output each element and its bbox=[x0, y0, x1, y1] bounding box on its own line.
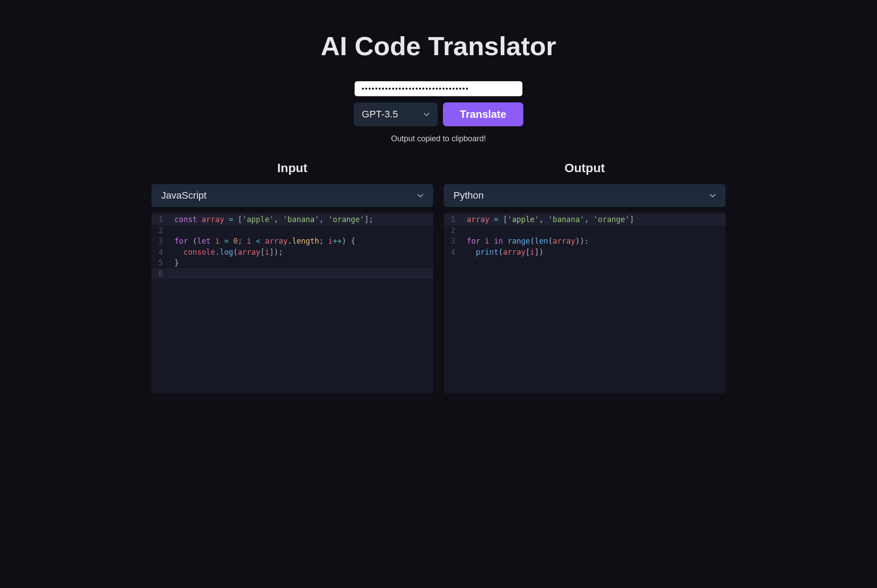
code-line: 6 bbox=[151, 268, 433, 279]
line-content: array = ['apple', 'banana', 'orange'] bbox=[461, 214, 726, 225]
model-select[interactable]: GPT-3.5 bbox=[354, 102, 438, 126]
output-language-select[interactable]: Python bbox=[444, 184, 726, 207]
model-select-label: GPT-3.5 bbox=[362, 109, 423, 120]
output-panel: Output Python 1array = ['apple', 'banana… bbox=[444, 161, 726, 393]
line-content: } bbox=[168, 257, 433, 268]
line-number: 1 bbox=[151, 214, 168, 225]
translate-button[interactable]: Translate bbox=[443, 102, 523, 126]
line-number: 5 bbox=[151, 257, 168, 268]
panels-container: Input JavaScript 1const array = ['apple'… bbox=[151, 161, 726, 393]
input-panel-title: Input bbox=[151, 161, 433, 175]
input-language-label: JavaScript bbox=[161, 190, 417, 201]
line-number: 2 bbox=[151, 225, 168, 236]
status-message: Output copied to clipboard! bbox=[391, 134, 486, 143]
line-content bbox=[168, 268, 433, 279]
output-language-label: Python bbox=[454, 190, 710, 201]
input-language-select[interactable]: JavaScript bbox=[151, 184, 433, 207]
line-number: 1 bbox=[444, 214, 461, 225]
output-panel-title: Output bbox=[444, 161, 726, 175]
line-number: 3 bbox=[151, 236, 168, 247]
page-title: AI Code Translator bbox=[151, 31, 726, 61]
api-key-input[interactable] bbox=[355, 81, 522, 96]
code-line: 4 print(array[i]) bbox=[444, 247, 726, 258]
code-line: 3for (let i = 0; i < array.length; i++) … bbox=[151, 236, 433, 247]
line-content: const array = ['apple', 'banana', 'orang… bbox=[168, 214, 433, 225]
input-code-editor[interactable]: 1const array = ['apple', 'banana', 'oran… bbox=[151, 212, 433, 393]
code-line: 1array = ['apple', 'banana', 'orange'] bbox=[444, 214, 726, 225]
control-row: GPT-3.5 Translate bbox=[354, 102, 523, 126]
code-line: 1const array = ['apple', 'banana', 'oran… bbox=[151, 214, 433, 225]
chevron-down-icon bbox=[710, 192, 716, 199]
line-number: 4 bbox=[444, 247, 461, 258]
line-content bbox=[168, 225, 433, 236]
code-line: 2 bbox=[444, 225, 726, 236]
input-panel: Input JavaScript 1const array = ['apple'… bbox=[151, 161, 433, 393]
line-number: 4 bbox=[151, 247, 168, 258]
controls-section: GPT-3.5 Translate Output copied to clipb… bbox=[151, 81, 726, 143]
line-number: 2 bbox=[444, 225, 461, 236]
line-number: 6 bbox=[151, 268, 168, 279]
code-line: 5} bbox=[151, 257, 433, 268]
code-line: 2 bbox=[151, 225, 433, 236]
output-code-editor[interactable]: 1array = ['apple', 'banana', 'orange']23… bbox=[444, 212, 726, 393]
line-content: console.log(array[i]); bbox=[168, 247, 433, 258]
chevron-down-icon bbox=[417, 192, 423, 199]
code-line: 3for i in range(len(array)): bbox=[444, 236, 726, 247]
line-content: for (let i = 0; i < array.length; i++) { bbox=[168, 236, 433, 247]
line-content: print(array[i]) bbox=[461, 247, 726, 258]
chevron-down-icon bbox=[423, 111, 430, 117]
line-content: for i in range(len(array)): bbox=[461, 236, 726, 247]
line-number: 3 bbox=[444, 236, 461, 247]
code-line: 4 console.log(array[i]); bbox=[151, 247, 433, 258]
line-content bbox=[461, 225, 726, 236]
